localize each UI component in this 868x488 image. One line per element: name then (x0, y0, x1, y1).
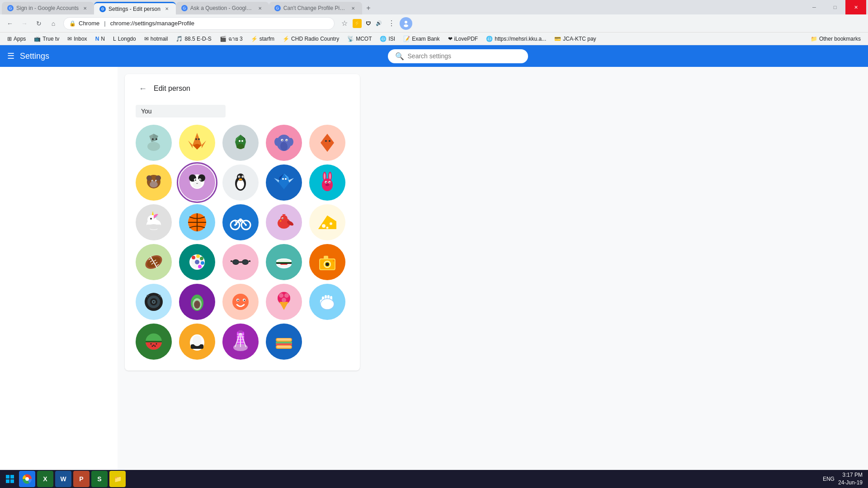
settings-search-bar[interactable]: 🔍 (388, 49, 528, 63)
avatar-fox2[interactable] (309, 125, 345, 161)
avatar-elephant[interactable] (266, 125, 302, 161)
svg-point-21 (288, 138, 293, 146)
avatar-panda[interactable] (179, 164, 215, 201)
avatar-monkey[interactable] (136, 164, 172, 201)
minimize-button[interactable]: ─ (804, 0, 825, 14)
tab-label-4: Can't Change Profile Picture - G... (283, 5, 347, 11)
avatar-rice-ball[interactable] (179, 324, 215, 360)
bookmark-jca[interactable]: 💳 JCA-KTC pay (551, 35, 599, 43)
bookmark-isi[interactable]: 🌐 ISI (376, 35, 399, 43)
taskbar-powerpoint[interactable]: P (73, 471, 90, 487)
taskbar-word[interactable]: W (55, 471, 71, 487)
close-button[interactable]: ✕ (845, 0, 866, 14)
avatar-fox[interactable] (179, 125, 215, 161)
extension-icon-1[interactable]: ⚡ (353, 19, 362, 28)
bookmark-label-apps: Apps (14, 36, 26, 42)
avatar-sunglasses[interactable] (222, 244, 259, 280)
svg-marker-27 (321, 134, 334, 152)
avatar-smiley[interactable] (222, 284, 259, 320)
bookmark-chd[interactable]: ⚡ CHD Radio Country (279, 35, 343, 43)
bookmark-885eds[interactable]: 🎵 88.5 E-D-S (172, 35, 215, 43)
avatar-glove[interactable] (309, 284, 345, 320)
avatar-sushi[interactable] (266, 244, 302, 280)
restore-button[interactable]: □ (825, 0, 845, 14)
avatar-unicorn[interactable] (136, 204, 172, 240)
avatar-watermelon[interactable] (136, 324, 172, 360)
extension-icon-2[interactable]: 🛡 (363, 19, 373, 28)
tab-signin[interactable]: G Sign in - Google Accounts ✕ (2, 2, 94, 14)
svg-rect-195 (276, 343, 292, 345)
svg-point-117 (192, 256, 195, 259)
bookmark-longdo[interactable]: L Longdo (109, 35, 140, 43)
back-button[interactable]: ← (136, 81, 150, 96)
bookmark-n[interactable]: N N (92, 35, 108, 43)
name-input[interactable] (136, 105, 226, 117)
titlebar: G Sign in - Google Accounts ✕ ⚙ Settings… (0, 0, 868, 14)
bookmark-exambank[interactable]: 📝 Exam Bank (400, 35, 443, 43)
tab-close-2[interactable]: ✕ (163, 5, 170, 13)
forward-button[interactable]: → (18, 17, 31, 30)
search-icon: 🔍 (395, 52, 404, 61)
bookmark-star-button[interactable]: ☆ (338, 17, 351, 30)
taskbar: X W P S 📁 ENG 3:17 PM 24-Jun-19 (0, 470, 868, 488)
bookmark-chay3[interactable]: 🎬 ฉาย 3 (216, 33, 246, 44)
svg-point-121 (198, 265, 202, 268)
svg-point-52 (237, 179, 244, 189)
bookmark-starfm[interactable]: ⚡ starfm (247, 35, 278, 43)
avatar-cat[interactable] (136, 125, 172, 161)
avatar-vinyl[interactable] (136, 284, 172, 320)
tab-close-1[interactable]: ✕ (81, 5, 89, 12)
avatar-bird-blue[interactable] (266, 164, 302, 201)
menu-button[interactable]: ⋮ (385, 17, 398, 30)
back-button[interactable]: ← (4, 17, 16, 30)
avatar-penguin[interactable] (222, 164, 259, 201)
bookmark-hotmail[interactable]: ✉ hotmail (141, 35, 172, 43)
taskbar-chrome[interactable] (19, 471, 35, 487)
bookmark-label-chd: CHD Radio Country (291, 36, 339, 42)
avatar-avocado[interactable] (179, 284, 215, 320)
bookmark-inbox[interactable]: ✉ Inbox (64, 35, 90, 43)
taskbar-sheets[interactable]: S (91, 471, 108, 487)
avatar-rabbit[interactable] (309, 164, 345, 201)
tab-settings[interactable]: ⚙ Settings - Edit person ✕ (94, 2, 176, 14)
bookmark-mehsri[interactable]: 🌐 https://mehsri.kku.a... (482, 35, 550, 43)
avatar-bird-red[interactable] (266, 204, 302, 240)
reload-button[interactable]: ↻ (33, 17, 45, 30)
avatar-icecream[interactable] (266, 284, 302, 320)
mehsri-icon: 🌐 (486, 36, 493, 42)
tab-cant-change[interactable]: G Can't Change Profile Picture - G... ✕ (269, 2, 362, 14)
tab-ask[interactable]: G Ask a Question - Google Chro... ✕ (176, 2, 269, 14)
address-input-bar[interactable]: 🔒 Chrome | chrome://settings/manageProfi… (63, 17, 335, 30)
bookmark-mcot[interactable]: 📡 MCOT (344, 35, 375, 43)
avatar-sandwich[interactable] (266, 324, 302, 360)
tab-close-3[interactable]: ✕ (256, 5, 264, 12)
new-tab-button[interactable]: + (362, 2, 375, 14)
search-input[interactable] (408, 52, 521, 60)
extension-icon-3[interactable]: 🔊 (374, 19, 383, 28)
avatar-cheese[interactable] (309, 204, 345, 240)
avatar-bicycle[interactable] (222, 204, 259, 240)
bookmark-other[interactable]: 📁 Other bookmarks (807, 35, 864, 43)
tab-close-4[interactable]: ✕ (349, 5, 357, 12)
hamburger-menu-button[interactable]: ☰ (7, 51, 14, 61)
bookmark-label-longdo: Longdo (118, 36, 136, 42)
home-button[interactable]: ⌂ (47, 17, 60, 30)
avatar-palette[interactable] (179, 244, 215, 280)
taskbar-excel[interactable]: X (37, 471, 53, 487)
svg-point-38 (152, 181, 153, 182)
taskbar-filemanager[interactable]: 📁 (109, 471, 126, 487)
bookmark-truetv[interactable]: 📺 True tv (30, 35, 63, 43)
avatar-basketball[interactable] (179, 204, 215, 240)
bookmark-apps[interactable]: ⊞ Apps (4, 35, 29, 43)
start-button[interactable] (2, 471, 18, 487)
avatar-football[interactable] (136, 244, 172, 280)
svg-point-50 (197, 183, 198, 184)
avatar-carousel[interactable] (222, 324, 259, 360)
profile-button[interactable] (400, 17, 412, 30)
avatar-camera[interactable] (309, 244, 345, 280)
bookmark-ilovepdf[interactable]: ❤ iLovePDF (444, 35, 482, 43)
svg-point-120 (201, 261, 204, 265)
svg-point-75 (326, 184, 329, 186)
avatar-turtle[interactable] (222, 125, 259, 161)
svg-point-205 (25, 477, 29, 481)
